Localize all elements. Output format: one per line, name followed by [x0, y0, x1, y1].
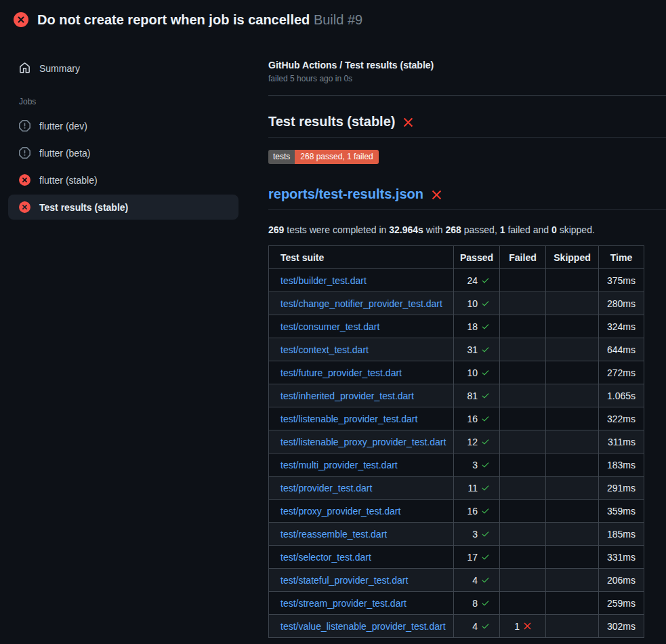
table-row: test/proxy_provider_test.dart 16 359ms [269, 500, 644, 523]
test-suite-link[interactable]: test/context_test.dart [280, 344, 369, 355]
passed-cell: 10 [454, 292, 500, 315]
test-suite-link[interactable]: test/proxy_provider_test.dart [280, 506, 400, 517]
failed-cell [500, 407, 546, 430]
test-suite-link[interactable]: test/change_notifier_provider_test.dart [280, 298, 442, 309]
test-suite-link[interactable]: test/provider_test.dart [280, 483, 372, 494]
skipped-cell [546, 523, 599, 546]
x-circle-icon [14, 12, 28, 27]
test-suite-link[interactable]: test/inherited_provider_test.dart [280, 390, 414, 401]
failed-cell [500, 569, 546, 592]
test-suite-link[interactable]: test/reassemble_test.dart [280, 529, 387, 540]
sidebar-job-item[interactable]: flutter (dev) [8, 113, 238, 138]
failed-cell [500, 477, 546, 500]
table-row: test/reassemble_test.dart 3 185ms [269, 523, 644, 546]
time-cell: 322ms [599, 407, 644, 430]
build-number: Build #9 [314, 12, 362, 27]
badge-label: tests [268, 150, 295, 164]
x-circle-icon [19, 201, 30, 213]
test-suite-link[interactable]: test/builder_test.dart [280, 275, 367, 286]
time-cell: 331ms [599, 546, 644, 569]
time-cell: 311ms [599, 430, 644, 454]
test-suite-link[interactable]: test/value_listenable_provider_test.dart [280, 621, 446, 632]
skipped-cell [546, 477, 599, 500]
passed-cell: 11 [454, 477, 500, 500]
skipped-cell [546, 592, 599, 615]
jobs-section-label: Jobs [19, 97, 268, 106]
report-file-link[interactable]: reports/test-results.json [268, 186, 423, 202]
report-heading: reports/test-results.json [268, 186, 666, 210]
table-body: test/builder_test.dart 24 375ms test/cha… [269, 269, 644, 638]
home-icon [19, 62, 30, 74]
table-row: test/provider_test.dart 11 291ms [269, 477, 644, 500]
sidebar-job-item[interactable]: flutter (stable) [8, 167, 238, 193]
table-row: test/listenable_provider_test.dart 16 32… [269, 407, 644, 430]
passed-cell: 3 [454, 523, 500, 546]
time-cell: 1.065s [599, 384, 644, 407]
time-cell: 272ms [599, 361, 644, 384]
skipped-cell [546, 292, 599, 315]
skipped-cell [546, 361, 599, 384]
time-cell: 302ms [599, 615, 644, 638]
table-row: test/context_test.dart 31 644ms [269, 338, 644, 361]
check-icon [481, 506, 490, 515]
table-row: test/stream_provider_test.dart 8 259ms [269, 592, 644, 615]
table-row: test/selector_test.dart 17 331ms [269, 546, 644, 569]
skipped-cell [546, 500, 599, 523]
failed-cell [500, 269, 546, 292]
test-suite-link[interactable]: test/listenable_provider_test.dart [280, 414, 417, 424]
failed-cell [500, 592, 546, 615]
sidebar-job-label: flutter (beta) [39, 148, 90, 159]
section-heading: Test results (stable) [268, 114, 666, 138]
section-title: Test results (stable) [268, 114, 395, 129]
sidebar-item-summary[interactable]: Summary [8, 56, 238, 81]
passed-cell: 16 [454, 407, 500, 430]
skipped-cell [546, 546, 599, 569]
stop-icon [19, 120, 30, 132]
x-circle-icon [19, 174, 30, 186]
table-row: test/future_provider_test.dart 10 272ms [269, 361, 644, 384]
passed-cell: 18 [454, 315, 500, 338]
check-icon [481, 576, 490, 584]
test-suite-link[interactable]: test/stateful_provider_test.dart [280, 575, 408, 586]
check-icon [481, 599, 490, 607]
check-icon [481, 622, 490, 630]
time-cell: 291ms [599, 477, 644, 500]
column-header-failed: Failed [500, 246, 546, 269]
test-suite-link[interactable]: test/stream_provider_test.dart [280, 598, 407, 609]
test-suite-link[interactable]: test/listenable_proxy_provider_test.dart [280, 437, 446, 447]
column-header-time: Time [599, 246, 644, 269]
check-icon [481, 345, 490, 354]
failed-cell [500, 546, 546, 569]
failed-cell [500, 315, 546, 338]
test-suite-link[interactable]: test/future_provider_test.dart [280, 367, 402, 378]
time-cell: 185ms [599, 523, 644, 546]
time-cell: 259ms [599, 592, 644, 615]
test-suite-link[interactable]: test/multi_provider_test.dart [280, 460, 398, 470]
failed-cell [500, 454, 546, 477]
check-icon [481, 483, 490, 492]
main-panel: GitHub Actions / Test results (stable) f… [268, 39, 666, 638]
failed-cell: 1 [500, 615, 546, 638]
passed-cell: 16 [454, 500, 500, 523]
failed-cell [500, 384, 546, 407]
sidebar-jobs: flutter (dev) flutter (beta) flutter (st… [8, 113, 268, 220]
table-row: test/builder_test.dart 24 375ms [269, 269, 644, 292]
check-icon [481, 299, 490, 308]
table-header-row: Test suite Passed Failed Skipped Time [269, 246, 644, 269]
passed-cell: 4 [454, 569, 500, 592]
time-cell: 324ms [599, 315, 644, 338]
sidebar: Summary Jobs flutter (dev) flutter (beta… [0, 39, 268, 220]
x-icon [523, 622, 532, 630]
sidebar-job-item[interactable]: Test results (stable) [8, 195, 238, 220]
report-summary: 269 tests were completed in 32.964s with… [268, 224, 666, 235]
tests-badge[interactable]: tests 268 passed, 1 failed [268, 150, 379, 164]
column-header-skipped: Skipped [546, 246, 599, 269]
column-header-test-suite: Test suite [269, 246, 454, 269]
sidebar-job-item[interactable]: flutter (beta) [8, 140, 238, 165]
sidebar-job-label: Test results (stable) [39, 202, 128, 213]
test-suite-link[interactable]: test/consumer_test.dart [280, 321, 379, 332]
time-cell: 183ms [599, 454, 644, 477]
table-row: test/stateful_provider_test.dart 4 206ms [269, 569, 644, 592]
test-suite-link[interactable]: test/selector_test.dart [280, 552, 371, 563]
passed-cell: 4 [454, 615, 500, 638]
